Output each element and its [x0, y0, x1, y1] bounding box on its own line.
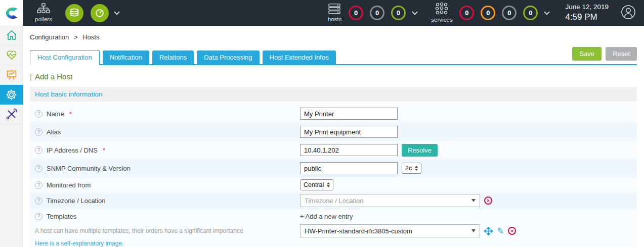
user-menu-button[interactable] [621, 5, 636, 22]
form-row-ip-address: ? IP Address / DNS * Resolve [30, 141, 637, 159]
database-icon [69, 8, 80, 19]
current-date: June 12, 2019 [565, 3, 609, 12]
add-new-entry-link[interactable]: + Add a new entry [300, 213, 516, 220]
breadcrumb-separator: > [74, 33, 78, 41]
hosts-unreachable-count: 0 [375, 9, 379, 17]
form-actions: Save Reset [572, 47, 637, 64]
ip-address-input[interactable] [300, 144, 398, 156]
tab-notification[interactable]: Notification [103, 51, 149, 64]
clock: June 12, 2019 4:59 PM [565, 3, 609, 22]
hosts-unreachable-counter[interactable]: 0 [370, 6, 384, 20]
page-title-bar: | [30, 72, 32, 81]
heart-pulse-icon [6, 49, 18, 61]
templates-label: Templates [47, 213, 76, 220]
tab-bar: Host Configuration Notification Relation… [30, 47, 637, 65]
help-icon[interactable]: ? [35, 128, 42, 136]
pollers-menu[interactable]: pollers [31, 3, 56, 23]
delete-template-icon[interactable]: ✕ [508, 227, 516, 235]
templates-helper-link[interactable]: Here is a self-explanatory image. [35, 240, 123, 247]
centreon-logo[interactable] [0, 0, 23, 26]
services-ok-count: 0 [529, 9, 532, 17]
side-navigation [0, 26, 23, 247]
sidebar-item-monitoring[interactable] [0, 45, 23, 65]
tab-data-processing[interactable]: Data Processing [197, 51, 259, 64]
tab-host-configuration[interactable]: Host Configuration [30, 50, 100, 65]
help-icon[interactable]: ? [35, 165, 42, 172]
templates-helper-text: A host can have multiple templates, thei… [35, 227, 243, 234]
help-icon[interactable]: ? [35, 213, 42, 220]
help-icon[interactable]: ? [35, 181, 42, 189]
current-time: 4:59 PM [565, 12, 609, 22]
hosts-label: hosts [328, 17, 342, 23]
monitored-from-label: Monitored from [47, 181, 91, 189]
ip-address-label: IP Address / DNS [47, 146, 98, 154]
hosts-down-counter[interactable]: 0 [349, 6, 363, 20]
sidebar-item-home[interactable] [0, 26, 23, 45]
database-status-button[interactable] [65, 4, 83, 22]
timezone-clear-icon[interactable]: ✕ [484, 196, 492, 205]
monitored-from-select[interactable]: Central [300, 179, 333, 190]
reset-button[interactable]: Reset [606, 47, 637, 61]
section-host-basic-information: Host basic information [30, 87, 637, 102]
hosts-chevron-down-icon[interactable] [412, 9, 418, 15]
services-label: services [431, 17, 452, 23]
sidebar-item-reporting[interactable] [0, 65, 23, 85]
edit-template-icon[interactable]: ✎ [497, 227, 504, 235]
help-icon[interactable]: ? [35, 110, 42, 118]
services-menu[interactable]: services [431, 3, 452, 23]
sidebar-item-administration[interactable] [0, 105, 23, 124]
host-counters: 0 0 0 [349, 6, 406, 20]
hosts-down-count: 0 [354, 9, 358, 17]
save-button[interactable]: Save [572, 47, 602, 61]
name-label: Name [47, 110, 64, 118]
status-cluster: hosts 0 0 0 services 0 0 0 0 June 12, 20… [328, 3, 644, 23]
timezone-label: Timezone / Location [47, 197, 106, 205]
tab-host-extended-infos[interactable]: Host Extended Infos [263, 51, 336, 64]
gauge-status-button[interactable] [91, 4, 109, 22]
alias-label: Alias [47, 128, 61, 136]
form-row-timezone: ? Timezone / Location Timezone / Locatio… [30, 192, 637, 209]
hosts-up-counter[interactable]: 0 [391, 6, 406, 20]
help-icon[interactable]: ? [35, 146, 42, 154]
snmp-version-value: 2c [405, 165, 412, 172]
services-unknown-counter[interactable]: 0 [502, 6, 517, 20]
snmp-community-input[interactable] [300, 162, 398, 174]
select-arrows-icon [415, 166, 418, 171]
monitored-from-value: Central [304, 181, 324, 188]
page-title-text: Add a Host [35, 72, 72, 81]
main-content: Configuration > Hosts Host Configuration… [23, 26, 644, 247]
template-dropdown[interactable]: HW-Printer-standard-rfc3805-custom [300, 224, 480, 237]
form-row-name: ? Name * [30, 105, 637, 123]
sidebar-item-configuration[interactable] [0, 85, 23, 105]
required-asterisk: * [103, 146, 105, 154]
dropdown-arrow-icon [471, 199, 476, 202]
tab-relations[interactable]: Relations [152, 51, 194, 64]
hosts-up-count: 0 [397, 9, 400, 17]
hosts-icon [328, 3, 341, 14]
page-title: |Add a Host [30, 72, 637, 81]
hosts-menu[interactable]: hosts [328, 3, 342, 23]
move-icon[interactable] [484, 227, 493, 235]
services-warning-counter[interactable]: 0 [481, 6, 495, 20]
snmp-label: SNMP Community & Version [47, 165, 131, 172]
pollers-label: pollers [35, 17, 52, 23]
form-row-alias: ? Alias [30, 123, 637, 141]
services-critical-counter[interactable]: 0 [459, 6, 474, 20]
help-icon[interactable]: ? [35, 197, 42, 205]
breadcrumb-configuration[interactable]: Configuration [30, 33, 69, 41]
services-chevron-down-icon[interactable] [544, 9, 550, 15]
snmp-version-select[interactable]: 2c [402, 163, 421, 174]
name-input[interactable] [300, 108, 398, 120]
timezone-dropdown[interactable]: Timezone / Location [300, 194, 480, 207]
services-ok-counter[interactable]: 0 [523, 6, 538, 20]
form-row-monitored-from: ? Monitored from Central [30, 177, 637, 192]
services-icon [435, 3, 448, 15]
user-avatar-icon [621, 5, 636, 20]
pollers-icon [37, 3, 50, 14]
service-counters: 0 0 0 0 [459, 6, 538, 20]
select-arrows-icon [327, 182, 330, 187]
poller-chevron-down-icon[interactable] [114, 9, 119, 15]
resolve-button[interactable]: Resolve [402, 144, 438, 157]
alias-input[interactable] [300, 126, 398, 138]
breadcrumb-hosts[interactable]: Hosts [82, 33, 99, 41]
